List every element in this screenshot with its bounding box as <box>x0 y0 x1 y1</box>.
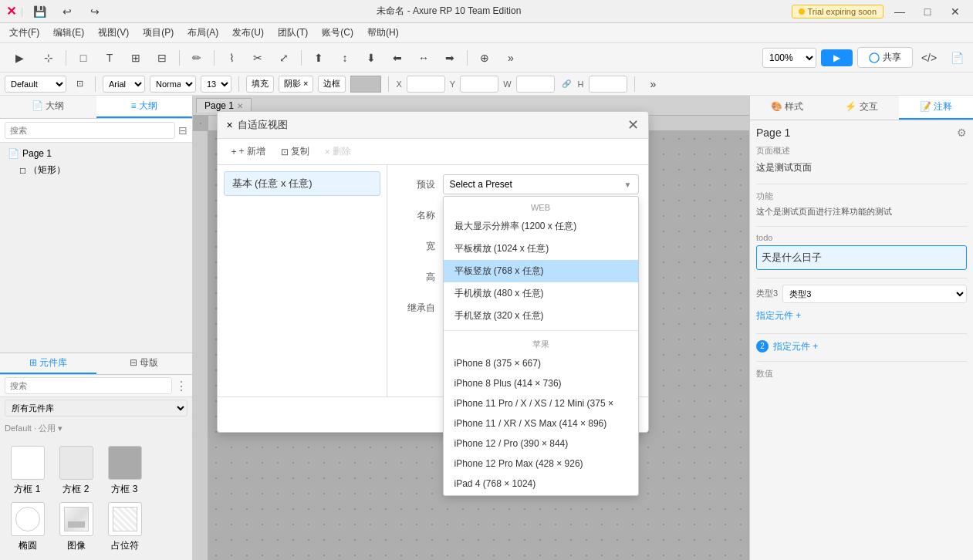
tab-components[interactable]: ⊞ 元件库 <box>0 353 96 374</box>
assign-2-btn[interactable]: 指定元件 + <box>773 340 818 353</box>
more-props[interactable]: » <box>642 73 665 95</box>
style-icon-btn[interactable]: ⊡ <box>71 76 88 93</box>
dialog-list-item-base[interactable]: 基本 (任意 x 任意) <box>224 171 380 196</box>
dialog-add-btn[interactable]: + + 新增 <box>227 143 270 160</box>
font-style-select[interactable]: Normal <box>150 76 196 93</box>
font-size-select[interactable]: 13 <box>201 76 231 93</box>
crop-tool[interactable]: ✂ <box>246 47 269 69</box>
table-tool[interactable]: ⊟ <box>150 47 174 69</box>
doc-button[interactable]: 📄 <box>945 47 968 69</box>
minimize-button[interactable]: — <box>888 4 911 19</box>
text-tool[interactable]: T <box>98 47 121 69</box>
dropdown-iphone8[interactable]: iPhone 8 (375 × 667) <box>444 353 638 373</box>
border-btn[interactable]: 边框 <box>318 76 346 93</box>
component-image[interactable]: 图像 <box>55 502 97 552</box>
dropdown-iphone12[interactable]: iPhone 12 / Pro (390 × 844) <box>444 433 638 454</box>
shadow-btn[interactable]: 阴影 × <box>279 76 313 93</box>
dropdown-divider <box>444 330 638 331</box>
outline-search-input[interactable] <box>5 122 175 139</box>
assign-1-btn[interactable]: 指定元件 + <box>756 310 801 321</box>
undo-button[interactable]: ↩ <box>56 4 79 19</box>
close-button[interactable]: ✕ <box>944 4 967 19</box>
arrange-tool[interactable]: ⊕ <box>473 47 496 69</box>
align-top[interactable]: ⬆ <box>307 47 330 69</box>
x-input[interactable] <box>407 76 445 93</box>
fill-btn[interactable]: 填充 <box>246 76 274 93</box>
zoom-select[interactable]: 100% 75% 150% <box>762 48 816 68</box>
pen-tool[interactable]: ✏ <box>185 47 208 69</box>
outline-content: 📄 Page 1 □ （矩形） <box>0 143 192 353</box>
share-button[interactable]: 共享 <box>857 47 913 68</box>
component-placeholder-label: 占位符 <box>111 539 139 552</box>
dropdown-item-320[interactable]: 手机竖放 (320 x 任意) <box>444 305 638 327</box>
component-placeholder[interactable]: 占位符 <box>103 502 146 552</box>
transform-tool[interactable]: ⊹ <box>37 47 60 69</box>
menu-project[interactable]: 项目(P) <box>137 25 180 41</box>
prop-type-select[interactable]: 类型3 <box>782 285 967 303</box>
dialog-delete-btn[interactable]: × 删除 <box>320 143 356 160</box>
color-swatch[interactable] <box>350 76 381 93</box>
align-right[interactable]: ➡ <box>438 47 461 69</box>
component-box1[interactable]: 方框 1 <box>6 446 49 496</box>
menu-account[interactable]: 账号(C) <box>316 25 360 41</box>
font-family-select[interactable]: Arial <box>103 76 145 93</box>
select-tool[interactable]: ▶ <box>5 47 34 69</box>
menu-help[interactable]: 帮助(H) <box>361 25 405 41</box>
tab-outline[interactable]: ≡ 大纲 <box>96 96 193 118</box>
menu-view[interactable]: 视图(V) <box>92 25 135 41</box>
dropdown-iphone11pro[interactable]: iPhone 11 Pro / X / XS / 12 Mini (375 × <box>444 393 638 413</box>
dropdown-ipad4[interactable]: iPad 4 (768 × 1024) <box>444 474 638 494</box>
connect-tool[interactable]: ⌇ <box>220 47 243 69</box>
right-panel-tabs: 🎨 样式 ⚡ 交互 📝 注释 <box>750 96 973 120</box>
tab-style[interactable]: 🎨 样式 <box>750 96 824 120</box>
more-tools[interactable]: » <box>499 47 522 69</box>
preview-button[interactable]: ▶ <box>821 49 853 66</box>
dialog-copy-btn[interactable]: ⊡ 复制 <box>276 143 314 160</box>
dropdown-iphone12max[interactable]: iPhone 12 Pro Max (428 × 926) <box>444 454 638 474</box>
filter-icon[interactable]: ⊟ <box>178 124 188 137</box>
dropdown-item-1024[interactable]: 平板横放 (1024 x 任意) <box>444 238 638 260</box>
settings-icon[interactable]: ⚙ <box>957 127 967 139</box>
tab-interaction[interactable]: ⚡ 交互 <box>824 96 898 120</box>
dialog-close-button[interactable]: ✕ <box>627 118 639 132</box>
component-circle[interactable]: 椭圆 <box>6 502 49 552</box>
rectangle-tool[interactable]: □ <box>72 47 95 69</box>
component-menu-icon[interactable]: ⋮ <box>175 379 188 393</box>
tree-rect[interactable]: □ （矩形） <box>3 161 189 179</box>
menu-file[interactable]: 文件(F) <box>3 25 46 41</box>
redo-button[interactable]: ↪ <box>83 4 106 19</box>
style-select[interactable]: Default <box>5 76 66 93</box>
code-view-button[interactable]: </> <box>917 47 941 69</box>
menu-edit[interactable]: 编辑(E) <box>47 25 90 41</box>
maximize-button[interactable]: □ <box>916 4 939 19</box>
dropdown-item-1200[interactable]: 最大显示分辨率 (1200 x 任意) <box>444 215 638 238</box>
dropdown-iphone11[interactable]: iPhone 11 / XR / XS Max (414 × 896) <box>444 413 638 433</box>
menu-team[interactable]: 团队(T) <box>272 25 314 41</box>
align-center-v[interactable]: ↕ <box>333 47 356 69</box>
component-library-select[interactable]: 所有元件库 <box>5 400 188 417</box>
align-center-h[interactable]: ↔ <box>412 47 435 69</box>
dropdown-item-768[interactable]: 平板竖放 (768 x 任意) <box>444 260 638 282</box>
widget-tool[interactable]: ⊞ <box>124 47 147 69</box>
lock-aspect-btn[interactable]: 🔗 <box>559 77 573 91</box>
component-box3[interactable]: 方框 3 <box>103 446 146 496</box>
tab-masters[interactable]: ⊟ 母版 <box>96 353 193 374</box>
tab-annotation[interactable]: 📝 注释 <box>899 96 973 120</box>
menu-publish[interactable]: 发布(U) <box>226 25 270 41</box>
component-search-input[interactable] <box>5 377 172 394</box>
h-input[interactable] <box>589 76 627 93</box>
expand-tool[interactable]: ⤢ <box>272 47 296 69</box>
preset-dropdown-trigger[interactable]: Select a Preset ▼ <box>443 174 639 194</box>
align-left[interactable]: ⬅ <box>386 47 409 69</box>
toolbar-sep-5 <box>467 50 468 66</box>
menu-layout[interactable]: 布局(A) <box>181 25 225 41</box>
tab-pages[interactable]: 📄 大纲 <box>0 96 96 118</box>
w-input[interactable] <box>516 76 555 93</box>
tree-page1[interactable]: 📄 Page 1 <box>3 146 189 161</box>
y-input[interactable] <box>460 76 498 93</box>
save-button[interactable]: 💾 <box>28 4 51 19</box>
dropdown-iphone8plus[interactable]: iPhone 8 Plus (414 × 736) <box>444 373 638 393</box>
align-bottom[interactable]: ⬇ <box>360 47 383 69</box>
component-box2[interactable]: 方框 2 <box>55 446 97 496</box>
dropdown-item-480[interactable]: 手机横放 (480 x 任意) <box>444 282 638 305</box>
